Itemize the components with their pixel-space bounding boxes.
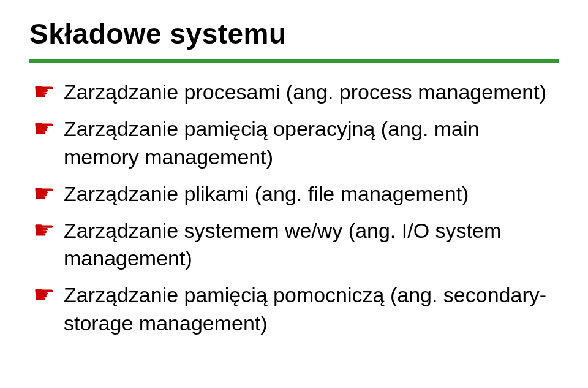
list-item-text: Zarządzanie systemem we/wy (ang. I/O sys… — [64, 217, 559, 273]
pointer-icon: ☛ — [33, 218, 55, 242]
list-item: ☛ Zarządzanie systemem we/wy (ang. I/O s… — [33, 217, 559, 273]
list-item-text: Zarządzanie plikami (ang. file managemen… — [64, 180, 469, 208]
pointer-icon: ☛ — [33, 282, 55, 306]
list-item-text: Zarządzanie pamięcią operacyjną (ang. ma… — [64, 115, 559, 172]
pointer-icon: ☛ — [33, 79, 55, 104]
title-rule — [29, 59, 559, 63]
slide-title: Składowe systemu — [29, 17, 559, 50]
list-item: ☛ Zarządzanie pamięcią pomocniczą (ang. … — [33, 281, 559, 338]
list-item-text: Zarządzanie procesami (ang. process mana… — [64, 78, 546, 107]
list-item: ☛ Zarządzanie pamięcią operacyjną (ang. … — [33, 115, 559, 172]
slide: Składowe systemu ☛ Zarządzanie procesami… — [0, 0, 588, 388]
list-item: ☛ Zarządzanie plikami (ang. file managem… — [33, 180, 559, 208]
pointer-icon: ☛ — [33, 116, 55, 140]
pointer-icon: ☛ — [33, 181, 55, 205]
list-item: ☛ Zarządzanie procesami (ang. process ma… — [33, 78, 559, 107]
bullet-list: ☛ Zarządzanie procesami (ang. process ma… — [29, 78, 559, 338]
list-item-text: Zarządzanie pamięcią pomocniczą (ang. se… — [64, 281, 559, 338]
